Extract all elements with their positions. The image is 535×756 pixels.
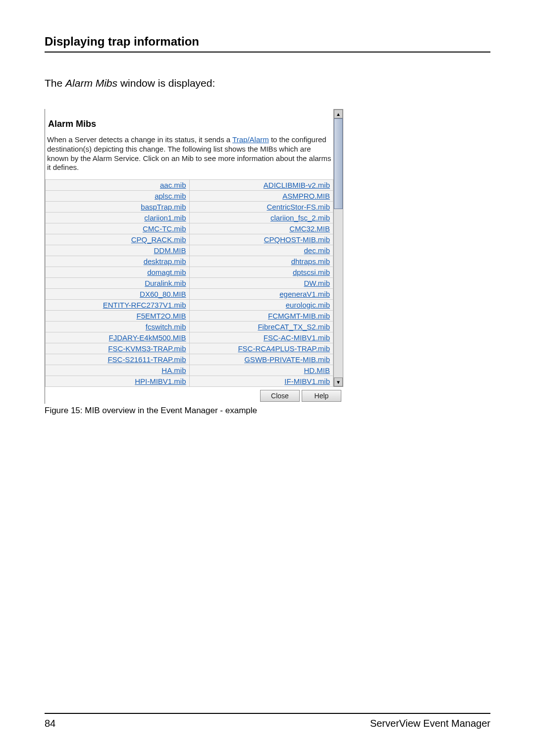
- window-heading: Alarm Mibs: [45, 109, 333, 135]
- mib-link[interactable]: FibreCAT_TX_S2.mib: [258, 323, 330, 331]
- mib-link[interactable]: eurologic.mib: [286, 301, 330, 309]
- mib-link[interactable]: clariion1.mib: [144, 214, 186, 222]
- mib-link[interactable]: dhtraps.mib: [291, 257, 330, 266]
- table-row: HPI-MIBV1.mibIF-MIBV1.mib: [46, 376, 333, 387]
- button-bar: Close Help: [45, 387, 343, 404]
- vertical-scrollbar[interactable]: ▲ ▼: [333, 109, 343, 387]
- mib-link[interactable]: FSC-RCA4PLUS-TRAP.mib: [238, 344, 330, 353]
- alarm-mibs-window: Alarm Mibs When a Server detects a chang…: [45, 109, 343, 404]
- mib-link[interactable]: CMC32.MIB: [289, 224, 330, 233]
- mib-link[interactable]: aac.mib: [160, 181, 186, 189]
- table-row: DDM.MIBdec.mib: [46, 245, 333, 256]
- section-heading: Displaying trap information: [45, 35, 490, 53]
- table-row: DX60_80.MIBegeneraV1.mib: [46, 289, 333, 300]
- mib-link[interactable]: DDM.MIB: [154, 246, 186, 255]
- mib-link[interactable]: ASMPRO.MIB: [282, 192, 330, 200]
- mib-link[interactable]: FSC-AC-MIBV1.mib: [264, 333, 330, 342]
- mib-link[interactable]: clariion_fsc_2.mib: [270, 214, 330, 222]
- table-row: F5EMT2O.MIBFCMGMT-MIB.mib: [46, 311, 333, 322]
- table-row: domagt.mibdptscsi.mib: [46, 267, 333, 278]
- mib-link[interactable]: egeneraV1.mib: [279, 290, 330, 298]
- close-button[interactable]: Close: [260, 390, 300, 402]
- help-button[interactable]: Help: [302, 390, 341, 402]
- mib-link[interactable]: HA.mib: [161, 366, 186, 375]
- table-row: CMC-TC.mibCMC32.MIB: [46, 223, 333, 234]
- mib-link[interactable]: FJDARY-E4kM500.MIB: [109, 333, 186, 342]
- mib-link[interactable]: ENTITY-RFC2737V1.mib: [103, 301, 186, 309]
- mib-link[interactable]: baspTrap.mib: [141, 203, 186, 211]
- scroll-up-button[interactable]: ▲: [334, 109, 343, 118]
- mib-link[interactable]: IF-MIBV1.mib: [284, 377, 330, 385]
- scroll-down-button[interactable]: ▼: [334, 378, 343, 386]
- mib-table: aac.mibADICLIBMIB-v2.mibaplsc.mibASMPRO.…: [45, 179, 333, 387]
- table-row: aac.mibADICLIBMIB-v2.mib: [46, 180, 333, 191]
- doc-name: ServerView Event Manager: [370, 718, 490, 729]
- table-row: HA.mibHD.MIB: [46, 365, 333, 376]
- window-description: When a Server detects a change in its st…: [45, 135, 333, 179]
- mib-link[interactable]: dptscsi.mib: [293, 268, 330, 276]
- table-row: CPQ_RACK.mibCPQHOST-MIB.mib: [46, 234, 333, 245]
- mib-link[interactable]: ADICLIBMIB-v2.mib: [264, 181, 330, 189]
- mib-link[interactable]: GSWB-PRIVATE-MIB.mib: [244, 355, 330, 364]
- figure-caption: Figure 15: MIB overview in the Event Man…: [45, 406, 490, 416]
- desc-before: When a Server detects a change in its st…: [47, 135, 232, 144]
- mib-link[interactable]: Duralink.mib: [145, 279, 186, 287]
- table-row: desktrap.mibdhtraps.mib: [46, 256, 333, 267]
- intro-prefix: The: [45, 77, 65, 89]
- trap-alarm-link[interactable]: Trap/Alarm: [232, 135, 269, 144]
- table-row: FSC-KVMS3-TRAP.mibFSC-RCA4PLUS-TRAP.mib: [46, 343, 333, 354]
- mib-link[interactable]: DX60_80.MIB: [140, 290, 186, 298]
- mib-link[interactable]: dec.mib: [304, 246, 330, 255]
- intro-text: The Alarm Mibs window is displayed:: [45, 77, 490, 89]
- intro-suffix: window is displayed:: [117, 77, 215, 89]
- mib-link[interactable]: aplsc.mib: [155, 192, 186, 200]
- table-row: FJDARY-E4kM500.MIBFSC-AC-MIBV1.mib: [46, 332, 333, 343]
- mib-link[interactable]: CPQHOST-MIB.mib: [264, 235, 330, 244]
- scroll-thumb[interactable]: [334, 118, 343, 209]
- mib-link[interactable]: HD.MIB: [304, 366, 330, 375]
- mib-link[interactable]: CPQ_RACK.mib: [131, 235, 186, 244]
- mib-link[interactable]: desktrap.mib: [144, 257, 186, 266]
- scroll-track[interactable]: [334, 118, 343, 378]
- page-number: 84: [45, 718, 55, 729]
- table-row: FSC-S21611-TRAP.mibGSWB-PRIVATE-MIB.mib: [46, 354, 333, 365]
- table-row: ENTITY-RFC2737V1.mibeurologic.mib: [46, 300, 333, 311]
- mib-link[interactable]: fcswitch.mib: [146, 323, 186, 331]
- table-row: clariion1.mibclariion_fsc_2.mib: [46, 213, 333, 223]
- table-row: fcswitch.mibFibreCAT_TX_S2.mib: [46, 322, 333, 332]
- mib-link[interactable]: FSC-S21611-TRAP.mib: [107, 355, 186, 364]
- mib-link[interactable]: FSC-KVMS3-TRAP.mib: [108, 344, 186, 353]
- mib-link[interactable]: CentricStor-FS.mib: [267, 203, 330, 211]
- mib-link[interactable]: FCMGMT-MIB.mib: [268, 312, 330, 320]
- mib-link[interactable]: F5EMT2O.MIB: [136, 312, 186, 320]
- mib-link[interactable]: DW.mib: [304, 279, 330, 287]
- table-row: baspTrap.mibCentricStor-FS.mib: [46, 202, 333, 213]
- intro-italic: Alarm Mibs: [65, 77, 117, 89]
- mib-link[interactable]: domagt.mib: [147, 268, 186, 276]
- mib-link[interactable]: HPI-MIBV1.mib: [135, 377, 186, 385]
- page-footer: 84 ServerView Event Manager: [45, 713, 490, 729]
- table-row: Duralink.mibDW.mib: [46, 278, 333, 289]
- mib-link[interactable]: CMC-TC.mib: [143, 224, 186, 233]
- table-row: aplsc.mibASMPRO.MIB: [46, 191, 333, 202]
